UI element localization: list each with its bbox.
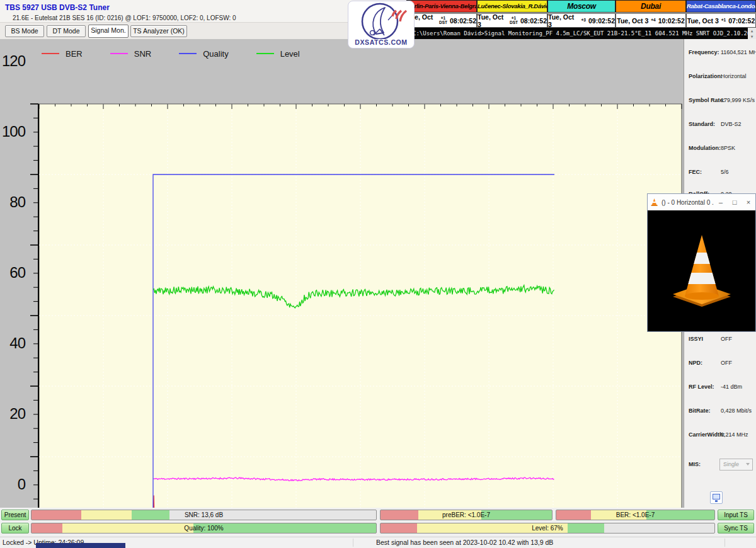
clock-date: Tue, Oct 3 [478,13,507,28]
legend-label: BER [66,49,83,59]
level-value: Level: 67% [381,523,714,533]
tab-strip: BS Mode DT Mode Signal Mon. TS Analyzer … [0,23,353,39]
clock-time: 08:02:52 [520,17,547,25]
y-tick-label: 100 [1,123,25,140]
clock-dst: DST [439,21,447,25]
param-carrierwidth: CarrierWidth:0,214 MHz [684,431,756,440]
quality-progressbar: Quality: 100% [31,523,377,534]
clock-date: Tue, Oct 3 [548,13,579,28]
param-symbol-rate: Symbol Rate:179,999 KS/s [684,97,756,106]
param-bitrate: BitRate:0,428 Mbit/s [684,408,756,416]
tab-bs-mode[interactable]: BS Mode [5,25,44,37]
param-standard: Standard:DVB-S2 [684,121,756,130]
dxsatcs-logo: DXSATCS.COM [348,1,415,49]
tuner-subtitle: 21.6E - Eutelsat 21B SES 16 (ID: 0216) @… [13,14,236,21]
param-mis: MIS: Single [684,461,756,470]
signal-plot [25,99,684,534]
legend-item-quality: Quality [179,49,228,59]
satellite-dish-icon [348,1,414,39]
clock-city-label: Rabat-Casablanca-London [686,0,756,13]
vlc-cone-logo [669,231,735,311]
param-modulation: Modulation:8PSK [684,145,756,154]
clock-moscow: Moscow Tue, Oct 3+309:02:52 [547,0,616,28]
clock-time: 10:02:52 [658,17,685,25]
chevron-down-icon [746,463,750,465]
y-tick-label: 80 [1,193,25,211]
clock-date: Tue, Oct 3 [687,17,719,25]
quality-value: Quality: 100% [32,523,376,533]
sync-ts-indicator[interactable]: Sync TS [718,523,754,534]
tab-ts-analyzer[interactable]: TS Analyzer (OK) [130,25,187,37]
minimize-icon[interactable]: – [714,194,728,210]
clock-berlin: Berlin-Paris-Vienna-Belgrade Tue, Oct 3+… [406,0,477,28]
console-line[interactable]: C:\Users\Roman Dávid>Signal Monitoring_P… [406,28,756,39]
param-polarization: Polarization:Horizontal [684,73,756,82]
legend-item-snr: SNR [110,49,151,59]
ber-progressbar: BER: <1.0E-7 [556,510,715,520]
monitor-icon [713,494,720,499]
console-scrollbar[interactable]: ▲ ▼ [748,28,756,39]
input-ts-indicator[interactable]: Input TS [718,510,754,520]
clock-time: 07:02:52 [728,17,755,25]
clock-offset: +4 [651,18,655,23]
vlc-cone-icon [650,198,658,207]
status-divider [724,539,725,547]
snr-line-swatch [110,53,128,54]
clock-time: 09:02:52 [588,17,615,25]
quality-line-swatch [179,53,197,54]
clock-city-label: Lučenec-Slovakia_R.Dávid [477,0,547,13]
y-tick-label: 0 [1,476,25,493]
app-window: TBS 5927 USB DVB-S2 Tuner 21.6E - Eutels… [0,0,756,548]
panel-tool-button[interactable] [710,491,723,504]
preber-progressbar: preBER: <1.0E-7 [380,510,553,520]
app-title: TBS 5927 USB DVB-S2 Tuner [5,3,110,12]
clock-time: 08:02:52 [450,17,476,25]
scroll-down-icon[interactable]: ▼ [748,33,756,39]
legend-label: Quality [203,49,228,59]
param-fec: FEC:5/6 [684,169,756,178]
world-clocks: Berlin-Paris-Vienna-Belgrade Tue, Oct 3+… [406,0,756,28]
legend-item-ber: BER [42,49,83,59]
param-frequency: Frequency:11604,521 MHz [684,49,756,58]
y-tick-label: 60 [1,264,25,282]
mis-dropdown[interactable]: Single [719,459,753,471]
meters-section: Present Lock Input TS Sync TS SNR: 13,6 … [0,508,756,537]
clock-city-label: Moscow [547,0,616,13]
clock-rabat: Rabat-Casablanca-London Tue, Oct 3+107:0… [686,0,756,28]
param-rf-level: RF Level:-41 dBm [684,384,756,392]
clock-lucenec: Lučenec-Slovakia_R.Dávid Tue, Oct 3+1DST… [477,0,547,28]
ber-value: BER: <1.0E-7 [556,510,714,520]
maximize-icon[interactable]: □ [728,194,742,210]
vlc-video-area[interactable] [648,210,755,331]
tab-dt-mode[interactable]: DT Mode [47,25,86,37]
snr-progressbar: SNR: 13,6 dB [31,510,377,520]
vlc-window[interactable]: () - 0 Horizontal 0 ... – □ × [647,193,756,332]
clock-offset: +3 [581,18,586,23]
preber-value: preBER: <1.0E-7 [381,510,552,520]
scroll-up-icon[interactable]: ▲ [748,28,756,33]
clock-offset: +1 [721,18,726,23]
taskbar-fragment[interactable] [36,543,125,548]
vlc-title: () - 0 Horizontal 0 ... [662,199,714,206]
status-divider [353,539,353,547]
clock-dst: DST [510,21,518,25]
snr-value: SNR: 13,6 dB [32,510,376,520]
clock-city-label: Berlin-Paris-Vienna-Belgrade [406,0,477,13]
level-line-swatch [256,53,274,54]
clock-city-label: Dubai [616,0,686,13]
ber-line-swatch [42,53,59,54]
legend-label: SNR [134,49,151,59]
y-tick-label: 40 [1,334,25,352]
param-issyi: ISSYIOFF [684,336,756,345]
legend-label: Level [280,49,300,59]
close-icon[interactable]: × [742,194,755,210]
tab-signal-mon[interactable]: Signal Mon. [88,25,129,38]
clock-dubai: Dubai Tue, Oct 3+410:02:52 [616,0,686,28]
chart-legend: BER SNR Quality Level [42,49,328,59]
y-tick-label: 120 [1,52,25,70]
present-indicator[interactable]: Present [1,510,29,520]
lock-indicator[interactable]: Lock [1,523,29,534]
vlc-titlebar[interactable]: () - 0 Horizontal 0 ... – □ × [648,194,755,210]
legend-item-level: Level [256,49,300,59]
signal-chart-region: BER SNR Quality Level 020406080100120 [0,39,684,508]
